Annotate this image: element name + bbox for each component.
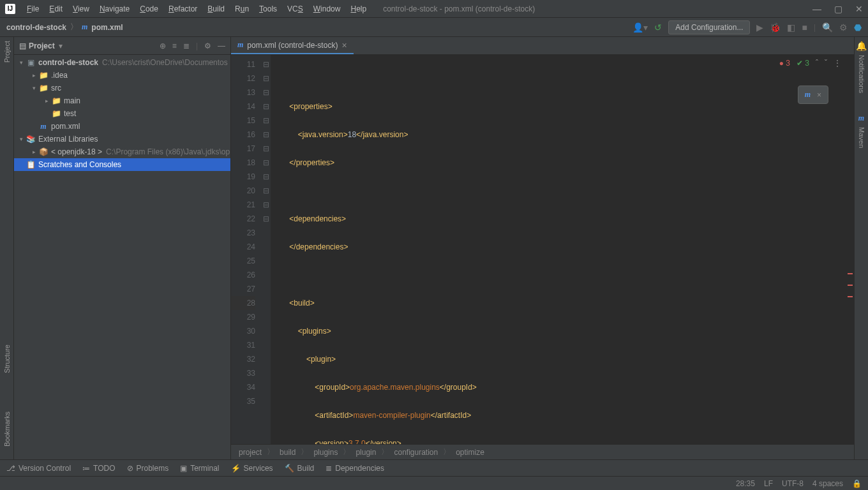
crumb[interactable]: optimize — [456, 448, 484, 457]
build-button[interactable]: 🔨 Build — [285, 464, 315, 473]
line-num: 20 — [231, 184, 255, 198]
menu-code[interactable]: Code — [136, 3, 162, 15]
widget-close-icon[interactable]: × — [817, 91, 821, 100]
maven-icon: m — [805, 90, 811, 100]
crumb[interactable]: build — [280, 448, 296, 457]
search-icon[interactable]: 🔍 — [822, 22, 833, 33]
menu-refactor[interactable]: Refactor — [165, 3, 201, 15]
maximize-icon[interactable]: ▢ — [834, 4, 842, 14]
editor-breadcrumbs[interactable]: project〉 build〉 plugins〉 plugin〉 configu… — [231, 444, 854, 459]
problems-button[interactable]: ⊘ Problems — [127, 464, 169, 473]
line-num: 31 — [231, 338, 255, 352]
add-configuration-button[interactable]: Add Configuration... — [668, 20, 750, 34]
menu-vcs[interactable]: VCS — [283, 3, 307, 15]
collapse-icon[interactable]: ≣ — [183, 41, 190, 50]
tree-root[interactable]: ▾▣ control-de-stock C:\Users\crist\OneDr… — [14, 56, 230, 69]
indent-setting[interactable]: 4 spaces — [812, 479, 843, 488]
crumb[interactable]: configuration — [394, 448, 438, 457]
locate-icon[interactable]: ⊕ — [160, 41, 166, 50]
java-version-value: 18 — [348, 130, 356, 139]
terminal-button[interactable]: ▣ Terminal — [180, 464, 219, 473]
menu-help[interactable]: Help — [347, 3, 370, 15]
tree-pom[interactable]: ▸m pom.xml — [14, 120, 230, 133]
stop-icon[interactable]: ■ — [802, 22, 807, 33]
more-icon[interactable]: ⋮ — [834, 59, 841, 68]
tree-jdk[interactable]: ▸📦 < openjdk-18 > C:\Program Files (x86)… — [14, 145, 230, 158]
error-stripe[interactable] — [846, 55, 853, 444]
debug-icon[interactable]: 🐞 — [770, 22, 781, 33]
chevron-up-icon[interactable]: ˆ — [816, 59, 818, 68]
caret-position[interactable]: 28:35 — [736, 479, 755, 488]
line-num: 23 — [231, 226, 255, 240]
breadcrumb[interactable]: control-de-stock 〉 m pom.xml — [6, 22, 123, 33]
settings-icon[interactable]: ⚙ — [839, 22, 848, 33]
notifications-tool-button[interactable]: Notifications — [858, 55, 865, 93]
bookmarks-tool-button[interactable]: Bookmarks — [3, 412, 11, 447]
file-encoding[interactable]: UTF-8 — [782, 479, 804, 488]
expand-icon[interactable]: ≡ — [172, 41, 177, 50]
tree-item-label: pom.xml — [51, 122, 80, 131]
menu-edit[interactable]: Edit — [45, 3, 66, 15]
menu-tools[interactable]: Tools — [255, 3, 281, 15]
todo-button[interactable]: ≔ TODO — [82, 464, 115, 473]
panel-hide-icon[interactable]: — — [218, 41, 225, 50]
lock-icon[interactable]: 🔒 — [852, 479, 862, 488]
panel-settings-icon[interactable]: ⚙ — [204, 41, 211, 50]
shield-icon[interactable]: ⬣ — [854, 22, 862, 33]
bell-icon[interactable]: 🔔 — [856, 41, 867, 51]
tab-pom[interactable]: m pom.xml (control-de-stock) × — [231, 37, 354, 54]
tree-scratches[interactable]: ▸📋 Scratches and Consoles — [14, 158, 230, 171]
coverage-icon[interactable]: ◧ — [787, 22, 795, 33]
line-num: 26 — [231, 268, 255, 282]
chevron-down-icon[interactable]: ˇ — [825, 59, 827, 68]
line-num: 12 — [231, 71, 255, 85]
project-tool-button[interactable]: Project — [3, 41, 11, 63]
menu-build[interactable]: Build — [204, 3, 228, 15]
plugin-version-value: 3.7.0 — [348, 439, 366, 444]
structure-tool-button[interactable]: Structure — [3, 345, 11, 373]
menu-navigate[interactable]: Navigate — [96, 3, 133, 15]
services-button[interactable]: ⚡ Services — [231, 464, 273, 473]
run-icon[interactable]: ▶ — [756, 22, 763, 33]
menu-run[interactable]: Run — [231, 3, 253, 15]
tree-root-label: control-de-stock — [38, 58, 98, 67]
project-panel-title[interactable]: Project — [29, 41, 55, 50]
tree-external-libs[interactable]: ▾📚 External Libraries — [14, 133, 230, 145]
menu-view[interactable]: View — [69, 3, 93, 15]
breadcrumb-project[interactable]: control-de-stock — [6, 23, 66, 32]
line-num: 35 — [231, 394, 255, 408]
tree-item-label: External Libraries — [38, 135, 98, 144]
crumb[interactable]: project — [239, 448, 262, 457]
menu-window[interactable]: Window — [310, 3, 345, 15]
line-num: 21 — [231, 198, 255, 212]
dependencies-button[interactable]: ≣ Dependencies — [326, 464, 384, 473]
sync-icon[interactable]: ↺ — [654, 22, 662, 33]
editor-body[interactable]: 11 12 13 14 15 16 17 18 19 20 21 22 23 2… — [231, 55, 854, 444]
line-gutter[interactable]: 11 12 13 14 15 16 17 18 19 20 21 22 23 2… — [231, 55, 262, 444]
maven-icon[interactable]: m — [858, 114, 864, 123]
right-tool-strip: 🔔 Notifications m Maven — [854, 37, 868, 459]
crumb[interactable]: plugin — [355, 448, 376, 457]
inspection-widget[interactable]: ● 3 ✔ 3 ˆ ˇ ⋮ — [779, 59, 841, 68]
tree-idea[interactable]: ▸📁 .idea — [14, 69, 230, 82]
minimize-icon[interactable]: — — [812, 4, 821, 14]
menu-file[interactable]: File — [23, 3, 43, 15]
line-separator[interactable]: LF — [764, 479, 773, 488]
maven-reload-widget[interactable]: m × — [798, 85, 828, 104]
fold-gutter[interactable]: ⊟ ⊟ ⊟⊟ ⊟⊟⊟ ⊟ ⊟⊟⊟⊟ — [262, 55, 271, 444]
error-icon[interactable]: ● 3 — [779, 59, 790, 68]
breadcrumb-file[interactable]: pom.xml — [91, 23, 123, 32]
code-content[interactable]: <properties> <java.version>18</java.vers… — [271, 55, 854, 444]
version-control-button[interactable]: ⎇ Version Control — [6, 464, 71, 473]
user-icon[interactable]: 👤▾ — [632, 22, 648, 33]
tree-src[interactable]: ▾📁 src — [14, 82, 230, 94]
crumb[interactable]: plugins — [313, 448, 338, 457]
warning-icon[interactable]: ✔ 3 — [797, 59, 809, 68]
chevron-down-icon[interactable]: ▾ — [59, 41, 63, 50]
tree-main[interactable]: ▸📁 main — [14, 94, 230, 107]
close-icon[interactable]: ✕ — [855, 4, 863, 14]
project-tree[interactable]: ▾▣ control-de-stock C:\Users\crist\OneDr… — [14, 55, 230, 459]
tree-test[interactable]: ▸📁 test — [14, 107, 230, 120]
tab-close-icon[interactable]: × — [341, 40, 347, 50]
maven-tool-button[interactable]: Maven — [858, 127, 865, 148]
